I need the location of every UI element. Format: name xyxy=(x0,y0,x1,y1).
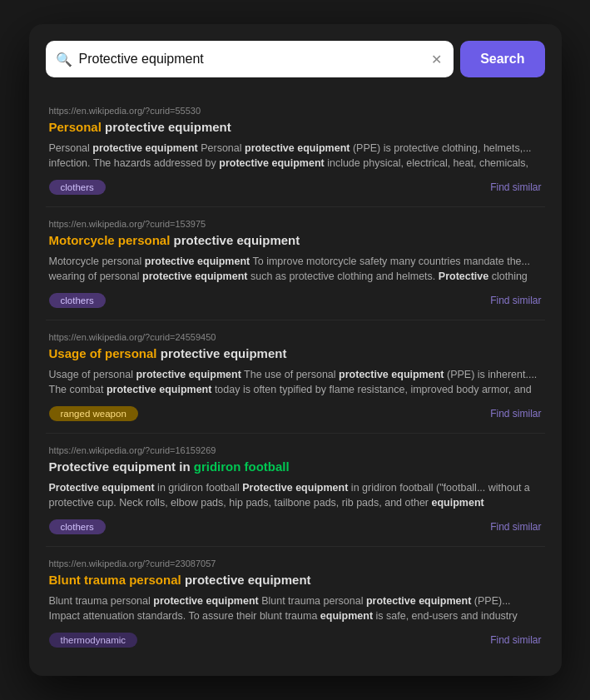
result-tag[interactable]: clothers xyxy=(49,180,106,195)
clear-button[interactable]: ✕ xyxy=(429,50,444,69)
result-url: https://en.wikipedia.org/?curid=153975 xyxy=(49,219,542,229)
result-footer: clothersFind similar xyxy=(49,293,542,308)
result-footer: clothersFind similar xyxy=(49,519,542,534)
result-snippet: Protective equipment in gridiron footbal… xyxy=(49,480,542,512)
result-footer: clothersFind similar xyxy=(49,180,542,195)
result-tag[interactable]: clothers xyxy=(49,519,106,534)
result-title: Protective equipment in gridiron footbal… xyxy=(49,459,542,475)
search-input-wrapper: 🔍 ✕ xyxy=(46,41,454,77)
result-url: https://en.wikipedia.org/?curid=23087057 xyxy=(49,559,542,568)
search-icon: 🔍 xyxy=(56,52,72,67)
result-url: https://en.wikipedia.org/?curid=55530 xyxy=(49,106,542,116)
find-similar-button[interactable]: Find similar xyxy=(490,521,541,533)
find-similar-button[interactable]: Find similar xyxy=(490,634,541,646)
search-bar: 🔍 ✕ Search xyxy=(46,41,545,77)
result-snippet: Motorcycle personal protective equipment… xyxy=(49,254,542,285)
result-title: Usage of personal protective equipment xyxy=(49,345,542,362)
result-item: https://en.wikipedia.org/?curid=55530Per… xyxy=(46,94,545,207)
result-item: https://en.wikipedia.org/?curid=153975Mo… xyxy=(46,207,545,320)
result-url: https://en.wikipedia.org/?curid=24559450 xyxy=(49,332,542,342)
result-footer: ranged weaponFind similar xyxy=(49,406,542,421)
result-title: Personal protective equipment xyxy=(49,119,542,136)
result-snippet: Usage of personal protective equipment T… xyxy=(49,367,542,399)
result-footer: thermodynamicFind similar xyxy=(49,633,542,648)
result-tag[interactable]: clothers xyxy=(49,293,106,308)
find-similar-button[interactable]: Find similar xyxy=(490,408,541,420)
find-similar-button[interactable]: Find similar xyxy=(490,181,541,193)
search-button[interactable]: Search xyxy=(460,41,544,77)
search-input[interactable] xyxy=(79,52,424,67)
find-similar-button[interactable]: Find similar xyxy=(490,295,541,306)
result-snippet: Blunt trauma personal protective equipme… xyxy=(49,593,542,625)
result-title: Motorcycle personal protective equipment xyxy=(49,232,542,249)
result-snippet: Personal protective equipment Personal p… xyxy=(49,141,542,172)
result-tag[interactable]: thermodynamic xyxy=(49,633,138,648)
result-item: https://en.wikipedia.org/?curid=23087057… xyxy=(46,547,545,659)
result-item: https://en.wikipedia.org/?curid=24559450… xyxy=(46,320,545,434)
result-item: https://en.wikipedia.org/?curid=16159269… xyxy=(46,434,545,547)
result-url: https://en.wikipedia.org/?curid=16159269 xyxy=(49,445,542,455)
results-list: https://en.wikipedia.org/?curid=55530Per… xyxy=(46,94,545,659)
result-title: Blunt trauma personal protective equipme… xyxy=(49,572,542,588)
result-tag[interactable]: ranged weapon xyxy=(49,406,138,421)
app-container: 🔍 ✕ Search https://en.wikipedia.org/?cur… xyxy=(29,24,562,676)
